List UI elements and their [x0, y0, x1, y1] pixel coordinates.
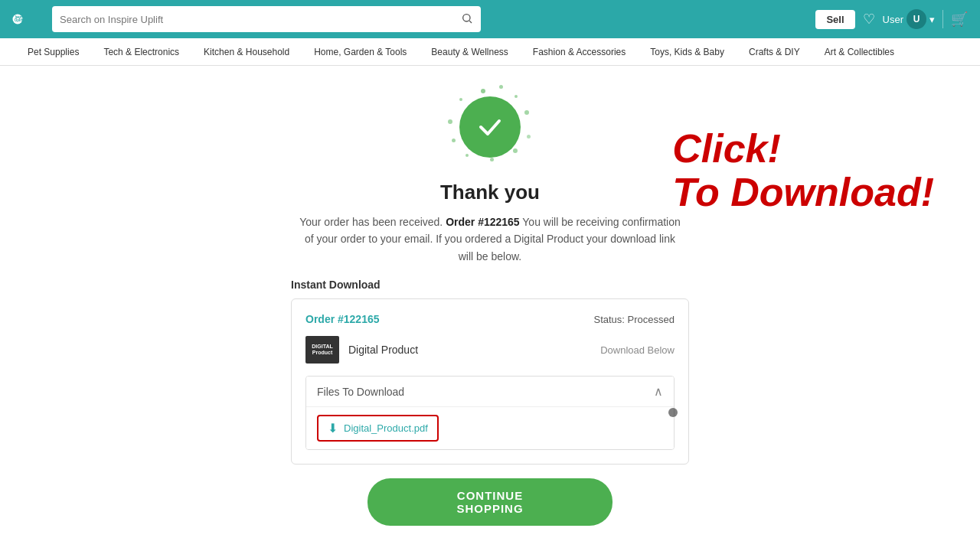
- header-actions: Sell ♡ User U ▾ 🛒: [815, 9, 968, 29]
- download-icon: ⬇: [328, 421, 338, 435]
- order-number: Order #122165: [305, 313, 380, 325]
- nav-item-toys[interactable]: Toys, Kids & Baby: [638, 38, 737, 66]
- product-left: DIGITAL Product Digital Product: [305, 336, 418, 364]
- chevron-down-icon: ▾: [929, 14, 935, 25]
- sell-button[interactable]: Sell: [815, 10, 854, 29]
- order-message: Your order has been received. Order #122…: [299, 214, 681, 265]
- nav-item-art[interactable]: Art & Collectibles: [812, 38, 906, 66]
- divider: [942, 10, 943, 28]
- order-status: Status: Processed: [593, 314, 675, 325]
- search-bar[interactable]: [52, 6, 481, 32]
- chevron-up-icon: ∧: [654, 384, 663, 399]
- order-number-inline: Order #122165: [446, 216, 520, 228]
- user-label: User: [883, 14, 903, 25]
- svg-text:Uplift: Uplift: [15, 18, 24, 22]
- main-content: Click! To Download! Thank you Your order…: [0, 66, 980, 551]
- product-row: DIGITAL Product Digital Product Download…: [305, 336, 675, 364]
- order-card-header: Order #122165 Status: Processed: [305, 313, 675, 325]
- search-input[interactable]: [60, 14, 461, 25]
- continue-shopping-button[interactable]: CONTINUE SHOPPING: [368, 478, 612, 526]
- wishlist-icon[interactable]: ♡: [863, 11, 875, 28]
- product-name: Digital Product: [348, 344, 418, 356]
- product-logo: DIGITAL Product: [305, 336, 339, 364]
- file-download-item[interactable]: ⬇ Digital_Product.pdf: [317, 415, 439, 442]
- cart-icon[interactable]: 🛒: [951, 11, 968, 28]
- nav-bar: Pet Supplies Tech & Electronics Kitchen …: [0, 38, 980, 66]
- file-name: Digital_Product.pdf: [344, 422, 428, 434]
- logo[interactable]: Inspire Uplift: [12, 4, 43, 34]
- files-dropdown-header[interactable]: Files To Download ∧: [306, 377, 674, 406]
- instant-download-label: Instant Download: [291, 279, 689, 291]
- download-below-link[interactable]: Download Below: [600, 344, 675, 356]
- click-to-download-overlay: Click! To Download!: [672, 127, 934, 214]
- success-icon-area: [444, 81, 536, 173]
- avatar: U: [906, 9, 926, 29]
- nav-item-fashion[interactable]: Fashion & Accessories: [521, 38, 638, 66]
- nav-item-pet-supplies[interactable]: Pet Supplies: [15, 38, 91, 66]
- nav-item-tech[interactable]: Tech & Electronics: [91, 38, 191, 66]
- user-menu[interactable]: User U ▾: [883, 9, 935, 29]
- files-dropdown-label: Files To Download: [317, 386, 404, 398]
- search-button[interactable]: [461, 12, 473, 27]
- svg-point-3: [463, 14, 470, 21]
- nav-item-kitchen[interactable]: Kitchen & Household: [191, 38, 302, 66]
- nav-item-beauty[interactable]: Beauty & Wellness: [419, 38, 521, 66]
- files-dropdown-body: ⬇ Digital_Product.pdf: [306, 406, 674, 449]
- site-header: Inspire Uplift Sell ♡ User U ▾ 🛒: [0, 0, 980, 38]
- svg-line-4: [469, 21, 472, 23]
- nav-item-home[interactable]: Home, Garden & Tools: [302, 38, 419, 66]
- thank-you-title: Thank you: [440, 181, 540, 204]
- order-card: Order #122165 Status: Processed DIGITAL …: [291, 298, 689, 465]
- files-dropdown[interactable]: Files To Download ∧ ⬇ Digital_Product.pd…: [305, 376, 675, 450]
- success-checkmark: [459, 96, 521, 158]
- nav-item-crafts[interactable]: Crafts & DIY: [737, 38, 812, 66]
